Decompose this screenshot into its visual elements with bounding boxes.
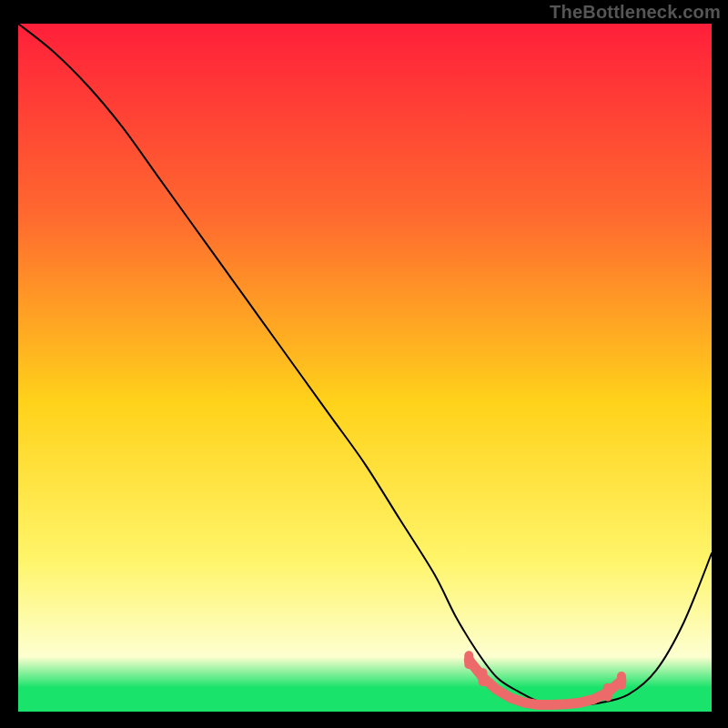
chart-svg [18, 24, 712, 712]
range-end-marker [603, 683, 612, 702]
range-end-marker [464, 651, 473, 669]
bottleneck-chart [18, 24, 712, 712]
watermark-text: TheBottleneck.com [550, 2, 721, 23]
range-end-marker [479, 668, 488, 686]
range-end-marker [617, 672, 626, 690]
chart-frame: TheBottleneck.com [0, 0, 728, 728]
